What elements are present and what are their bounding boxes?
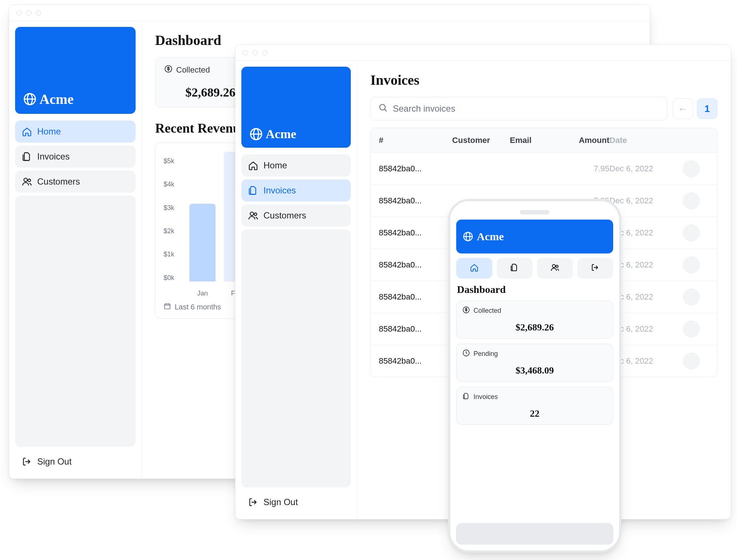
brand-logo[interactable]: Acme [15,27,136,114]
page-number: 1 [705,103,710,115]
arrow-left-icon: ← [678,103,688,115]
home-icon [22,126,32,137]
pending-card: Pending $3,468.09 [456,344,613,382]
cell-id: 85842ba0... [379,228,452,238]
row-action-dot[interactable] [683,256,700,273]
signout-button[interactable]: Sign Out [15,451,136,473]
sidebar-item-label: Invoices [37,151,70,162]
phone-text-input[interactable] [456,523,613,545]
card-label: Collected [176,65,210,75]
row-action[interactable] [683,288,709,305]
brand-logo[interactable]: Acme [241,67,351,148]
pager-prev[interactable]: ← [673,98,693,119]
tab-invoices[interactable] [497,258,533,279]
users-icon [248,210,258,221]
sidebar-item-invoices[interactable]: Invoices [15,146,136,168]
users-icon [551,263,559,273]
page-title: Dashboard [457,284,612,295]
traffic-light-dot[interactable] [262,50,267,55]
traffic-light-dot[interactable] [26,10,31,15]
row-action-dot[interactable] [683,288,700,305]
row-action-dot[interactable] [683,192,700,209]
row-action-dot[interactable] [683,321,700,337]
users-icon [22,176,32,187]
sidebar: Acme Home Invoices Customers [9,21,142,479]
col-id: # [379,136,452,145]
clock-icon [462,349,470,358]
row-action[interactable] [683,192,709,209]
sidebar-item-invoices[interactable]: Invoices [241,179,351,202]
logout-icon [591,263,600,273]
brand-name: Acme [477,230,504,243]
row-action[interactable] [683,321,709,337]
row-action[interactable] [683,353,709,370]
sidebar-item-customers[interactable]: Customers [15,171,136,193]
collected-card: Collected $2,689.26 [456,301,613,339]
row-action-dot[interactable] [683,160,700,177]
cell-id: 85842ba0... [379,260,452,270]
calendar-icon [164,302,171,312]
sidebar-item-customers[interactable]: Customers [241,204,351,227]
card-label: Collected [474,307,501,315]
xlabel: Jan [189,290,216,297]
collected-value: $2,689.26 [462,322,607,333]
col-customer: Customer [452,136,510,145]
invoices-value: 22 [462,408,607,419]
row-action[interactable] [683,224,709,241]
sidebar-item-label: Invoices [263,185,296,196]
row-action-dot[interactable] [683,224,700,241]
col-date: Date [609,136,683,145]
table-header: # Customer Email Amount Date [371,128,717,153]
row-action-dot[interactable] [683,353,700,370]
row-action[interactable] [683,160,709,177]
home-icon [470,263,479,273]
col-email: Email [510,136,562,145]
cell-id: 85842ba0... [379,196,452,206]
traffic-light-dot[interactable] [36,10,41,15]
table-row[interactable]: 85842ba0...7.95Dec 6, 2022 [371,153,717,185]
signout-button[interactable]: Sign Out [241,491,351,513]
signout-label: Sign Out [37,456,71,467]
tab-home[interactable] [456,258,492,279]
search-input[interactable]: Search invoices [370,97,667,120]
sidebar: Acme Home Invoices Customers [235,61,357,519]
col-amount: Amount [562,136,609,145]
sidebar-item-home[interactable]: Home [15,120,136,143]
search-icon [378,103,388,115]
cell-amount: 7.95 [562,164,609,174]
traffic-light-dot[interactable] [243,50,248,55]
brand-name: Acme [39,91,74,107]
sidebar-item-label: Customers [263,210,306,221]
card-label: Pending [474,350,498,358]
traffic-light-dot[interactable] [252,50,258,55]
phone-mock: Acme Dashboard Collected $2,689.26 Pendi… [448,199,621,553]
sidebar-spacer [241,230,351,487]
pending-value: $3,468.09 [462,365,607,376]
tab-customers[interactable] [537,258,573,279]
dollar-icon [462,306,470,315]
tab-signout[interactable] [577,258,614,279]
sidebar-item-label: Home [37,126,61,137]
document-icon [248,185,258,196]
sidebar-item-label: Home [263,160,287,171]
traffic-light-dot[interactable] [17,10,22,15]
document-icon [22,151,32,162]
window-chrome [235,45,731,61]
invoices-card: Invoices 22 [456,387,613,425]
pager-page-1[interactable]: 1 [697,98,717,119]
sidebar-item-label: Customers [37,176,80,187]
row-action[interactable] [683,256,709,273]
cell-date: Dec 6, 2022 [609,164,683,174]
sidebar-item-home[interactable]: Home [241,154,351,176]
chart-period: Last 6 months [175,303,221,311]
page-title: Invoices [370,72,717,88]
brand-logo[interactable]: Acme [456,220,613,253]
search-placeholder: Search invoices [393,104,455,114]
card-label: Invoices [474,393,498,401]
cell-id: 85842ba0... [379,356,452,366]
logout-icon [22,456,32,467]
document-icon [510,263,519,273]
sidebar-spacer [15,196,136,447]
logout-icon [248,497,258,507]
window-chrome [9,5,650,21]
